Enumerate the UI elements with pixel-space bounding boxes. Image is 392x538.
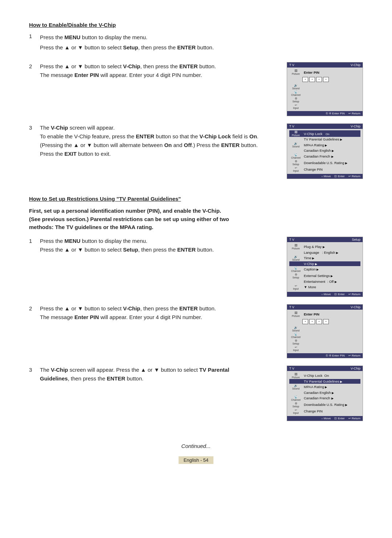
step-text: 3 The V-Chip screen will appear. To enab… [29,123,276,158]
enter-pin-hint: ① ④ Enter PIN [326,112,345,115]
change-pin-item: Change PIN [302,167,360,171]
plug-play-item: Plug & Play ▶ [302,245,360,249]
pin-input-boxes: * * * * [289,77,360,82]
input-label-4: Input [293,349,299,351]
pin-box-5: * [302,319,308,324]
caption-item: Caption ▶ [302,267,360,271]
downloadable-us-rating-item: Downloadable U.S. Rating ▶ [302,161,360,165]
sound-icon-3: 🔊 [294,255,298,258]
move-hint: ⬦ Move [321,175,331,178]
step-number: 1 [29,33,40,39]
sound-icon-4: 🔊 [294,326,298,329]
section1-step1: 1 Press the MENU button to display the m… [29,33,363,53]
picture-label-5: Picture [292,376,300,379]
step-text-s2-1: 1 Press the MENU button to display the m… [29,237,276,254]
time-item: Time ▶ [302,256,360,260]
picture-label-4: Picture [292,315,300,317]
step-text-s2-2: 2 Press the ▲ or ▼ button to select V-Ch… [29,304,276,322]
section1-step2: 2 Press the ▲ or ▼ button to select V-Ch… [29,62,363,120]
input-label-5: Input [293,412,299,414]
setup-label-3: Setup [293,276,299,279]
section2: How to Set up Restrictions Using "TV Par… [29,196,363,425]
screen-chip-label-4: V-Chip [351,305,360,309]
mpaa-rating-item: MPAA Rating ▶ [302,143,360,147]
page-number-wrap: English - 54 [29,456,363,464]
language-item: Language : English ▶ [302,250,360,254]
input-icon-2: ↩ [295,166,297,170]
section2-intro: First, set up a personal identification … [29,207,363,232]
sound-icon-5: 🔊 [294,384,298,387]
channel-icon-2: 📡 [294,153,298,156]
canadian-english-item-2: Canadian English ▶ [302,391,360,395]
channel-icon-4: 📡 [294,333,298,336]
return-hint-4: ↩ Return [348,354,360,357]
pin-box-4: * [323,77,329,82]
enter-pin-label: Enter PIN [302,70,360,74]
enter-hint-3: ⊡ Enter [334,417,344,420]
screen-tv-label-4: T V [289,305,294,309]
enter-hint-2: ⊡ Enter [334,293,344,296]
channel-icon-3: 📡 [294,266,298,270]
sound-label-4: Sound [292,329,299,332]
canadian-english-item: Canadian English ▶ [302,148,360,152]
section2-title: How to Set up Restrictions Using "TV Par… [29,196,363,202]
channel-icon: 📡 [294,90,298,94]
sound-icon-2: 🔊 [294,142,298,145]
screen-footer-3: ⬦ Move ⊡ Enter ↩ Return [287,292,363,297]
canadian-french-item-2: Canadian French ▶ [302,396,360,400]
return-hint-2: ↩ Return [348,175,360,178]
screen-chip-label-2: V-Chip [351,125,360,128]
move-hint-3: ⬦ Move [321,417,331,420]
step-text-s2-3: 3 The V-Chip screen will appear. Press t… [29,366,276,383]
pin-box-3: * [316,77,322,82]
return-hint: ↩ Return [348,112,360,115]
more-item: ▼ More [302,285,360,289]
external-settings-item: External Settings ▶ [302,274,360,278]
input-icon-3: ↩ [295,284,297,288]
change-pin-item-2: Change PIN [302,409,360,413]
mpaa-rating-item-2: MPAA Rating ▶ [302,385,360,389]
enter-pin-hint-2: ① ④ Enter PIN [326,354,345,357]
setup-icon-5: ⚙ [295,402,297,405]
section1-step3: 3 The V-Chip screen will appear. To enab… [29,123,363,183]
screen-setup-label: Setup [352,238,360,241]
screen-chip-label: V-Chip [351,63,360,67]
screen-footer-4: ① ④ Enter PIN ↩ Return [287,353,363,358]
setup-label-5: Setup [293,405,299,408]
sound-label-5: Sound [292,387,299,390]
picture-icon-2: 🖼 [294,131,297,134]
screen-footer-1: ① ④ Enter PIN ↩ Return [287,111,363,116]
channel-label-4: Channel [291,336,301,338]
setup-label-4: Setup [293,342,299,345]
move-hint-2: ⬦ Move [321,293,331,296]
channel-label-5: Channel [291,399,301,401]
section1-title: How to Enable/Disable the V-Chip [29,22,363,28]
enter-pin-label-2: Enter PIN [302,312,360,316]
setup-icon-3: ⚙ [295,273,297,276]
screen-tv-label-2: T V [289,125,294,128]
canadian-french-item: Canadian French ▶ [302,154,360,158]
pin-box-2: * [309,77,315,82]
channel-icon-5: 📡 [294,395,298,399]
enter-hint: ⊡ Enter [334,175,344,178]
continued-text: Continued... [29,443,363,449]
screen-footer-2: ⬦ Move ⊡ Enter ↩ Return [287,174,363,179]
picture-label-2: Picture [292,134,300,136]
picture-label: Picture [292,73,300,75]
screen-enterpin1: T V V-Chip 🖼 Picture Enter PIN * * * * [287,62,363,120]
screen-tv-label-3: T V [289,238,294,241]
picture-icon-5: 🖼 [294,373,297,376]
channel-label: Channel [291,94,301,96]
input-label-3: Input [293,288,299,290]
pin-box-6: * [309,319,315,324]
setup-icon-4: ⚙ [295,339,297,342]
on-badge: On [324,133,331,136]
setup-label: Setup [293,100,299,103]
setup-label-2: Setup [293,163,299,166]
picture-icon-3: 🖼 [294,244,297,247]
vchip-lock-item-2: V-Chip Lock On [302,374,360,378]
setup-icon: ⚙ [295,97,297,100]
screen-tv-label: T V [289,63,294,67]
screen-footer-5: ⬦ Move ⊡ Enter ↩ Return [287,416,363,421]
vchip-lock-item: V-Chip Lock On [302,132,360,136]
